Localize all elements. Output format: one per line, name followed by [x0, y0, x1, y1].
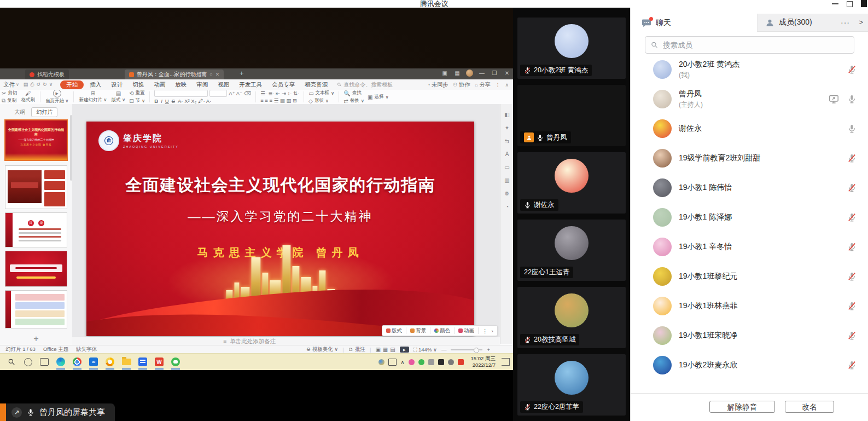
member-row[interactable]: 19小教1班宋晓净 — [631, 321, 868, 350]
minimize-icon[interactable] — [832, 3, 838, 4]
section-button[interactable]: ⊟节 ∨ — [129, 97, 145, 104]
tray-icon[interactable] — [448, 359, 454, 365]
object-pane-icon[interactable]: ▭ — [504, 164, 509, 170]
maximize-icon[interactable] — [847, 1, 853, 7]
format-painter-button[interactable]: 🖌 格式刷 — [19, 90, 37, 103]
member-row[interactable]: 19级学前教育2班刘甜甜 — [631, 143, 868, 173]
settings-pane-icon[interactable]: ⚙ — [505, 191, 510, 197]
view-switcher[interactable]: ▣▦▤ — [375, 347, 395, 353]
tray-mic-icon[interactable] — [438, 359, 444, 365]
grid-view-icon[interactable]: ▦ — [453, 70, 461, 76]
font-size-select[interactable] — [209, 90, 227, 97]
wps-restore-icon[interactable]: ❐ — [491, 70, 498, 76]
video-tile[interactable]: 20小教2班 黄鸿杰 — [517, 18, 626, 79]
copy-button[interactable]: ⧉复制 — [2, 97, 17, 104]
mic-icon[interactable] — [847, 331, 857, 341]
edge-icon[interactable] — [56, 357, 66, 367]
tab-chat[interactable]: 聊天 — [631, 14, 757, 32]
menu-tab[interactable]: 会员专享 — [268, 80, 299, 89]
mic-icon[interactable] — [847, 65, 857, 74]
wps-icon[interactable]: W — [154, 357, 164, 367]
share-button[interactable]: ⌂ 分享 — [475, 81, 490, 89]
docer-template-tab[interactable]: 找稻壳模板 — [25, 70, 69, 79]
menu-tab[interactable]: 开发工具 — [235, 80, 266, 89]
notes-bar[interactable]: ≡ 单击此处添加备注 — [72, 337, 500, 345]
rename-button[interactable]: 改名 — [785, 401, 834, 413]
layout-quick-button[interactable]: 版式 — [386, 327, 402, 335]
zoom-in-icon[interactable]: + — [487, 347, 490, 353]
wps-minimize-icon[interactable]: — — [478, 70, 486, 76]
textbox-button[interactable]: ▭文本框 ∨ — [308, 90, 334, 96]
find-button[interactable]: 🔍查找 — [343, 90, 364, 96]
mic-icon[interactable] — [847, 361, 857, 370]
taskbar-search-icon[interactable] — [7, 357, 16, 367]
text-pane-icon[interactable]: A — [505, 151, 509, 157]
touch-keyboard-icon[interactable] — [388, 359, 397, 366]
font-style-buttons[interactable]: B I U S A· X² X₂ 🖍· A· — [154, 98, 251, 104]
member-row[interactable]: 19小教1 陈泽娜 — [631, 203, 868, 232]
browser-icon[interactable] — [105, 357, 115, 367]
tray-expand-icon[interactable]: ∧ — [400, 359, 404, 365]
select-button[interactable]: ▣选择 ∨ — [368, 94, 389, 100]
green-app-icon[interactable] — [171, 357, 180, 367]
menu-tab[interactable]: 视图 — [214, 80, 233, 89]
shapes-button[interactable]: ◇形状 ∨ — [308, 97, 334, 104]
slides-tab[interactable]: 幻灯片 — [31, 107, 57, 117]
replace-button[interactable]: ⇄替换 ∨ — [343, 97, 364, 104]
slide-thumbnail-1[interactable]: 全面建设社会主义现代化国家的行动指南 ——深入学习党的二十大精神 马克思主义学院… — [4, 119, 68, 161]
background-quick-button[interactable]: 背景 — [410, 327, 426, 335]
action-center-icon[interactable] — [502, 358, 510, 366]
panel-collapse-icon[interactable]: > — [859, 18, 863, 26]
task-view-icon[interactable] — [39, 357, 49, 367]
member-row[interactable]: 19小教1班林燕菲 — [631, 291, 868, 321]
member-row[interactable]: 曾丹凤 (主持人) — [631, 84, 868, 114]
add-slide-icon[interactable]: + — [0, 334, 72, 344]
new-slide-button[interactable]: ⊞ 新建幻灯片 ∨ — [77, 90, 109, 103]
more-menu-icon[interactable]: ⋮ — [495, 82, 500, 88]
member-row[interactable]: 19小教1班黎纪元 — [631, 262, 868, 291]
share-pill[interactable]: ↗ 曾丹凤的屏幕共享 — [6, 403, 115, 421]
font-name-select[interactable] — [154, 90, 208, 97]
panel-more-icon[interactable]: ··· — [841, 18, 850, 27]
slide-canvas[interactable]: 肇庆学院 ZHAOQING UNIVERSITY 全面建设社会主义现代化国家的行… — [72, 104, 500, 337]
mic-icon[interactable] — [847, 302, 857, 311]
file-menu[interactable]: 文件 — [3, 81, 15, 89]
menu-tab[interactable]: 审阅 — [193, 80, 212, 89]
mic-icon[interactable] — [847, 183, 857, 193]
menu-tab[interactable]: 放映 — [171, 80, 190, 89]
slide[interactable]: 肇庆学院 ZHAOQING UNIVERSITY 全面建设社会主义现代化国家的行… — [86, 122, 474, 336]
beautify-button[interactable]: ⊖ 模板美化 ∨ — [306, 346, 338, 353]
file-explorer-icon[interactable] — [121, 357, 131, 367]
chrome-icon[interactable] — [72, 357, 82, 367]
menu-tab[interactable]: 稻壳资源 — [301, 80, 331, 89]
member-search-box[interactable] — [645, 36, 854, 54]
video-tile[interactable]: 谢佐永 — [517, 152, 626, 214]
wps-close-icon[interactable]: ✕ — [503, 70, 511, 76]
menu-tab[interactable]: 开始 — [60, 80, 84, 89]
member-row[interactable]: 19小教2班麦永欣 — [631, 350, 868, 380]
layout-button[interactable]: ▤ 版式 ∨ — [109, 90, 128, 103]
video-tile[interactable]: 22应心2唐菲苹 — [517, 354, 626, 416]
help-pane-icon[interactable]: ◔ — [505, 204, 509, 210]
slide-thumbnail-3[interactable]: 目 录 — [5, 212, 67, 247]
clock[interactable]: 15:02 周三 2022/12/7 — [471, 355, 496, 369]
tray-app-icon[interactable] — [378, 359, 385, 365]
tab-close-icon[interactable]: ✕ — [215, 70, 220, 79]
zoom-out-icon[interactable]: — — [441, 347, 447, 353]
member-row[interactable]: 谢佐永 — [631, 114, 868, 143]
slide-thumbnail-4[interactable] — [5, 251, 67, 287]
member-row[interactable]: 19小教1 辛冬怡 — [631, 232, 868, 262]
close-icon[interactable] — [861, 0, 867, 7]
menu-tab[interactable]: 设计 — [107, 80, 126, 89]
member-row[interactable]: 19小教1 陈伟怡 — [631, 173, 868, 203]
mic-icon[interactable] — [847, 124, 857, 134]
collapse-ribbon-icon[interactable]: ∧ — [505, 82, 509, 88]
mic-icon[interactable] — [847, 154, 857, 163]
reset-button[interactable]: ⟲重置 — [129, 90, 145, 96]
slideshow-play-icon[interactable]: ▶ — [400, 347, 409, 353]
animation-quick-button[interactable]: 动画 — [458, 327, 474, 335]
quickbar-expand-icon[interactable]: › — [492, 328, 493, 334]
account-avatar[interactable] — [466, 70, 473, 77]
unmute-button[interactable]: 解除静音 — [709, 401, 775, 413]
font-size-buttons[interactable]: A⁺ A⁻ ⌫ — [229, 90, 251, 96]
